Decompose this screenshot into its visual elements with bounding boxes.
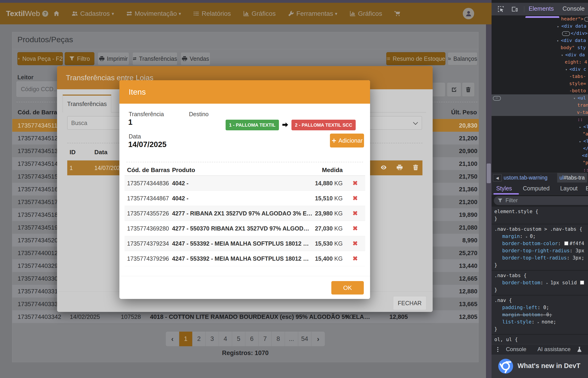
whats-new-bar[interactable]: What's new in DevT (492, 355, 588, 378)
excluir-button[interactable] (462, 82, 475, 97)
adicionar-button[interactable]: Adicionar (330, 134, 364, 148)
css-property[interactable]: list-style: ▸ none; (494, 318, 588, 325)
col-header-id[interactable]: ID (69, 149, 76, 156)
styles-filter-input[interactable]: Filter (494, 196, 588, 205)
vendas-button[interactable]: Vendas (181, 52, 210, 65)
dom-tree-line[interactable]: :: (492, 166, 588, 174)
color-swatch[interactable] (580, 281, 584, 284)
css-property[interactable]: border-top-right-radius: 3px (494, 247, 588, 254)
page-8[interactable]: 8 (272, 332, 285, 346)
remove-item-button[interactable]: ✖ (352, 255, 358, 262)
nav-item-cart[interactable] (394, 11, 401, 17)
page-...[interactable]: ... (285, 332, 298, 346)
item-row[interactable]: 17357743792964247 - 553392 - MEIA MALHA … (124, 251, 365, 266)
items-col-barcode[interactable]: Cód. de Barras (127, 166, 170, 174)
editar-button[interactable] (447, 82, 461, 97)
tab-computed[interactable]: Computed (523, 185, 549, 192)
fechar-button[interactable]: FECHAR (393, 296, 426, 310)
css-rule[interactable]: ol, ul {margin-top: 0;margin-bottom: 10 (492, 335, 588, 344)
css-property[interactable]: border-top-left-radius: 3px; (494, 254, 588, 262)
css-rule[interactable]: element.style {} (492, 207, 588, 224)
tab-partial[interactable]: E (586, 185, 588, 192)
dom-tree-line[interactable]: -tabs- (492, 73, 588, 80)
table-row[interactable]: 173577440334214/02/20251075284018 - COTT… (12, 310, 479, 323)
page-5[interactable]: 5 (232, 332, 245, 346)
css-rule[interactable]: .nav-tabs {border-bottom: ▸ 1px solid } (492, 271, 588, 296)
dom-tree-line[interactable]: ▸<l (492, 123, 588, 130)
dom-tree-line[interactable]: tran (492, 102, 588, 109)
dom-tree-line[interactable]: eight: 4 (492, 58, 588, 66)
dom-tree-line[interactable]: ⋯</div> (492, 30, 588, 37)
page-prev[interactable]: ‹ (166, 332, 179, 346)
resumo-de-estoque-button[interactable]: Resumo de Estoque (386, 52, 445, 65)
nova-peca-button[interactable]: Nova Peça - F2 (17, 52, 63, 65)
dom-tree-line[interactable]: "a (492, 130, 588, 137)
page-6[interactable]: 6 (245, 332, 258, 346)
remove-item-button[interactable]: ✖ (352, 179, 358, 187)
page-4[interactable]: 4 (219, 332, 232, 346)
expand-arrow-icon[interactable]: ▾ (565, 66, 569, 73)
view-button[interactable] (380, 164, 387, 172)
dom-tree-line[interactable]: style= (492, 80, 588, 87)
item-row[interactable]: 17357743692804277 - 550370 RIBANA 2X1 35… (124, 221, 365, 236)
css-property[interactable]: margin-bottom: 0; (494, 311, 588, 318)
item-row[interactable]: 17357743448674042 -15,510 KG✖ (124, 191, 365, 206)
col-header-data[interactable]: Data (94, 149, 107, 156)
help-icon[interactable]: ? (42, 11, 48, 17)
dom-tree-line[interactable]: v-ta (492, 109, 588, 116)
collapsed-dots-icon[interactable]: ⋯ (562, 31, 570, 36)
dom-tree-line[interactable]: ⋯▾<ul (492, 94, 588, 102)
expand-arrow-icon[interactable]: ▸ (579, 138, 583, 145)
dom-tree-line[interactable]: ▾<div da (492, 51, 588, 58)
node-menu-icon[interactable]: ⋯ (493, 96, 501, 101)
dom-tree-line[interactable]: :: (492, 116, 588, 123)
css-property[interactable]: border-bottom-color: #f4f4 (494, 240, 588, 247)
dom-tree-line[interactable]: ▸<l (492, 137, 588, 145)
print-button[interactable] (397, 164, 403, 172)
item-row[interactable]: 17357743792344247 - 553392 - MEIA MALHA … (124, 236, 365, 251)
remove-item-button[interactable]: ✖ (352, 240, 358, 247)
dom-tree-line[interactable]: header">⋯ (492, 15, 588, 23)
expand-arrow-icon[interactable]: ▾ (573, 95, 577, 102)
page-54[interactable]: 54 (298, 332, 311, 346)
dom-tree-line[interactable]: ▾<div data (492, 37, 588, 44)
items-col-produto[interactable]: Produto (172, 166, 195, 174)
delete-button[interactable] (413, 164, 419, 172)
css-property[interactable]: border-bottom: ▸ 1px solid (494, 279, 588, 286)
app-logo[interactable]: TextilWeb ? (6, 3, 48, 24)
page-1[interactable]: 1 (179, 332, 192, 346)
imprimir-button[interactable]: Imprimir (98, 52, 129, 65)
balancos-button[interactable]: Balanços (448, 52, 477, 65)
ok-button[interactable]: OK (331, 281, 364, 295)
drawer-console-tab[interactable]: Console (506, 346, 526, 352)
dom-tree-line[interactable]: </ (492, 145, 588, 152)
collapsed-dots-icon[interactable]: ⋯ (584, 17, 588, 22)
remove-item-button[interactable]: ✖ (352, 195, 358, 202)
transferencias-button[interactable]: Transferências (132, 52, 177, 65)
items-col-medida[interactable]: Medida (322, 166, 343, 174)
dom-tree-line[interactable]: ▸<div data (492, 23, 588, 30)
css-rule[interactable]: .nav-tabs-custom > .nav-tabs {margin: ▸ … (492, 224, 588, 271)
expand-arrow-icon[interactable]: ▸ (557, 23, 561, 30)
page-3[interactable]: 3 (206, 332, 219, 346)
color-swatch[interactable] (564, 242, 568, 245)
nav-item-home[interactable] (53, 11, 60, 17)
filtro-button[interactable]: Filtro (65, 52, 94, 65)
tab-layout[interactable]: Layout (560, 185, 577, 192)
expand-arrow-icon[interactable]: ▾ (561, 52, 565, 59)
nav-item-ferramentas[interactable]: Ferramentas▾ (288, 10, 337, 17)
nav-item-graficos-2[interactable]: Gráficos (349, 10, 382, 17)
drawer-ai-tab[interactable]: AI assistance (537, 346, 571, 352)
dom-tree-line[interactable]: <d (492, 152, 588, 159)
devtools-tab-console[interactable]: Console (562, 5, 585, 12)
breadcrumb-back-button[interactable]: ◀ (493, 174, 502, 182)
dom-tree-line[interactable]: body" sty (492, 44, 588, 51)
expand-arrow-icon[interactable]: ▾ (557, 37, 561, 44)
page-7[interactable]: 7 (258, 332, 272, 346)
dom-tree-line[interactable]: "p (492, 159, 588, 166)
page-next[interactable]: › (311, 332, 325, 346)
scrollbar-thumb[interactable] (487, 163, 491, 183)
page-scrollbar[interactable] (486, 24, 492, 378)
breadcrumb-item[interactable]: ustom.tab-warning (504, 175, 548, 181)
main-table-header-ult-peso[interactable]: Últ. Peso (451, 109, 477, 116)
